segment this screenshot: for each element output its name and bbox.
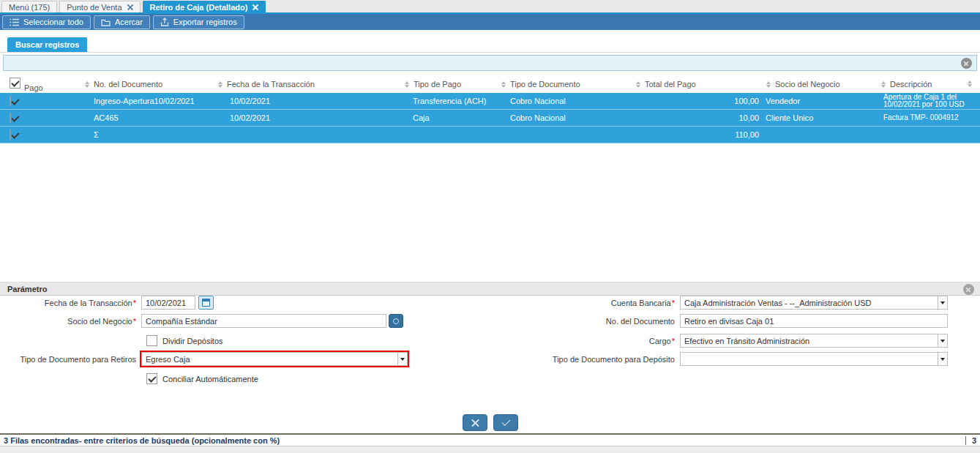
row-checkbox[interactable]: [10, 96, 11, 106]
dividir-depositos-label: Dividir Depósitos: [162, 337, 223, 345]
column-label: No. del Documento: [94, 80, 162, 89]
row-count-wrap: 3: [965, 436, 976, 445]
sort-icon: [84, 81, 89, 88]
folder-zoom-icon: [101, 18, 111, 26]
column-header-fecha[interactable]: Fecha de la Transacción: [212, 75, 399, 93]
search-input[interactable]: [3, 55, 977, 71]
dividir-depositos-checkbox[interactable]: [146, 335, 157, 346]
column-header-socio[interactable]: Socio del Negocio: [761, 75, 877, 93]
table-row-sum[interactable]: Σ 110,00: [0, 127, 980, 143]
list-icon: [10, 18, 19, 26]
chevron-down-icon: [400, 358, 405, 361]
cancel-button[interactable]: [463, 414, 487, 431]
row-checkbox[interactable]: [10, 130, 11, 140]
column-label: Tipo de Pago: [414, 80, 461, 89]
dialog-actions: [0, 414, 980, 431]
export-records-label: Exportar registros: [173, 18, 237, 26]
column-header-documento[interactable]: No. del Documento: [81, 75, 212, 93]
window-tab-bar: Menú (175) Punto de Venta Retiro de Caja…: [0, 0, 980, 12]
fecha-label: Fecha de la Transacción*: [0, 299, 136, 307]
cargo-label: Cargo*: [439, 337, 675, 345]
column-header-pago[interactable]: Pago: [0, 75, 81, 93]
combo-arrow-button[interactable]: [938, 334, 947, 347]
socio-negocio-field[interactable]: Compañía Estándar: [141, 314, 386, 328]
cuenta-bancaria-label: Cuenta Bancaria*: [439, 299, 675, 307]
cell-documento: Ingreso-Apertura10/02/2021: [81, 97, 212, 105]
cell-total: 110,00: [631, 130, 761, 139]
column-label: Fecha de la Transacción: [227, 80, 315, 89]
buscar-registros-label: Buscar registros: [15, 40, 79, 49]
no-documento-value: Retiro en divisas Caja 01: [684, 317, 774, 326]
sort-icon: [766, 81, 771, 88]
field-row-no-doc: No. del Documento Retiro en divisas Caja…: [439, 314, 948, 328]
tab-retiro-de-caja[interactable]: Retiro de Caja (Detallado): [143, 1, 266, 12]
clear-search-icon[interactable]: [961, 58, 972, 69]
required-asterisk: *: [133, 299, 136, 307]
column-header-descripcion[interactable]: Descripción: [877, 75, 980, 93]
cell-socio: Cliente Unico: [761, 113, 877, 122]
required-asterisk: *: [133, 317, 136, 326]
table-row[interactable]: AC465 10/02/2021 Caja Cobro Nacional 10,…: [0, 110, 980, 127]
column-label: Tipo de Documento: [510, 80, 580, 89]
field-row-socio: Socio del Negocio* Compañía Estándar: [0, 314, 403, 328]
pago-header-label: Pago: [24, 83, 43, 92]
bottom-strip: [0, 446, 980, 453]
cell-fecha: 10/02/2021: [212, 113, 399, 122]
highlighted-field-outline: Egreso Caja: [140, 351, 409, 367]
combo-arrow-button[interactable]: [938, 353, 947, 365]
tab-punto-de-venta[interactable]: Punto de Venta: [59, 1, 140, 12]
cell-tipo-documento: Cobro Nacional: [496, 97, 631, 105]
cell-tipo-pago: Transferencia (ACH): [399, 97, 496, 105]
select-all-button[interactable]: Seleccionar todo: [2, 15, 91, 29]
status-message: 3 Filas encontradas- entre criterios de …: [4, 436, 280, 445]
combo-arrow-button[interactable]: [938, 296, 947, 309]
sort-icon: [880, 81, 886, 88]
tab-punto-de-venta-label: Punto de Venta: [67, 3, 121, 12]
chevron-down-icon: [940, 358, 945, 361]
table-header: Pago No. del Documento Fecha de la Trans…: [0, 75, 980, 93]
record-lookup-button[interactable]: [389, 314, 403, 328]
cuenta-bancaria-value: Caja Administración Ventas - --_Administ…: [681, 296, 938, 309]
no-documento-field[interactable]: Retiro en divisas Caja 01: [680, 314, 948, 328]
column-label: Descripción: [890, 80, 932, 89]
cell-total: 100,00: [631, 97, 761, 105]
zoom-button[interactable]: Acercar: [94, 15, 150, 29]
collapse-panel-icon[interactable]: [963, 284, 974, 295]
combo-arrow-button[interactable]: [397, 353, 407, 365]
calendar-button[interactable]: [198, 296, 214, 310]
export-records-button[interactable]: Exportar registros: [153, 15, 244, 29]
tipo-documento-deposito-combo[interactable]: [680, 352, 948, 366]
column-label: Total del Pago: [645, 80, 696, 89]
column-header-tipo-documento[interactable]: Tipo de Documento: [496, 75, 631, 93]
divider: [0, 52, 980, 53]
tipo-documento-retiros-combo[interactable]: Egreso Caja: [141, 352, 408, 366]
close-icon[interactable]: [253, 4, 258, 10]
conciliar-checkbox[interactable]: [146, 373, 157, 384]
cuenta-bancaria-combo[interactable]: Caja Administración Ventas - --_Administ…: [680, 296, 948, 310]
field-row-tipo-retiro: Tipo de Documento para Retiros Egreso Ca…: [0, 352, 409, 366]
select-all-label: Seleccionar todo: [23, 18, 83, 26]
socio-label: Socio del Negocio*: [0, 317, 136, 326]
sort-icon: [217, 81, 222, 88]
tipo-retiros-label: Tipo de Documento para Retiros: [0, 355, 136, 364]
cell-descripcion: Factura TMP- 0004912: [877, 114, 980, 122]
cell-descripcion: Apertura de Caja 1 del 10/02/2021 por 10…: [877, 94, 980, 109]
divider: [965, 436, 966, 445]
column-header-total[interactable]: Total del Pago: [631, 75, 761, 93]
cell-tipo-pago: Caja: [399, 113, 496, 122]
cargo-combo[interactable]: Efectivo en Tránsito Administración: [680, 334, 948, 348]
close-icon[interactable]: [127, 4, 133, 10]
row-checkbox[interactable]: [10, 113, 11, 123]
confirm-button[interactable]: [493, 414, 518, 431]
select-all-rows-checkbox[interactable]: [10, 78, 20, 89]
cell-documento: Σ: [81, 130, 212, 139]
column-header-tipo-pago[interactable]: Tipo de Pago: [399, 75, 496, 93]
status-bar: 3 Filas encontradas- entre criterios de …: [0, 433, 980, 446]
conciliar-label: Conciliar Automáticamente: [162, 375, 258, 383]
table-row[interactable]: Ingreso-Apertura10/02/2021 10/02/2021 Tr…: [0, 93, 980, 110]
tab-buscar-registros[interactable]: Buscar registros: [7, 37, 87, 52]
fecha-transaccion-field[interactable]: 10/02/2021: [141, 296, 195, 310]
tab-menu[interactable]: Menú (175): [1, 1, 57, 12]
tab-retiro-de-caja-label: Retiro de Caja (Detallado): [150, 3, 248, 12]
required-asterisk: *: [672, 337, 675, 345]
